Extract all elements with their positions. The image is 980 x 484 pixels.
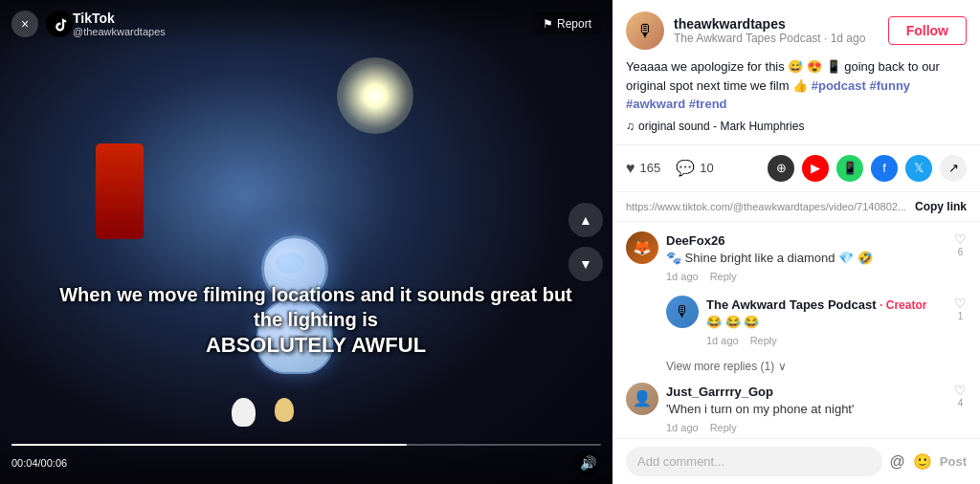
brand-handle: @theawkwardtapes — [73, 26, 166, 37]
comment-input[interactable] — [626, 447, 882, 476]
time-total: 00:06 — [41, 457, 68, 469]
post-caption: Yeaaaa we apologize for this 😅 😍 📱 going… — [626, 57, 967, 114]
video-bottom-bar: 00:04/00:06 🔊 — [0, 436, 612, 484]
share-twitter-icon[interactable]: 𝕏 — [905, 155, 932, 182]
creator-name: theawkwardtapes — [674, 16, 888, 32]
follow-button[interactable]: Follow — [888, 16, 967, 45]
volume-button[interactable]: 🔊 — [574, 450, 601, 476]
toy-duck — [232, 398, 256, 427]
comment-item: 🦊 DeeFox26 🐾 Shine bright like a diamond… — [626, 231, 967, 282]
view-replies-label: View more replies (1) — [666, 360, 774, 373]
red-object-decoration — [96, 143, 144, 239]
comment-username-creator: The Awkward Tapes Podcast · Creator — [706, 297, 926, 312]
comment-avatar-deefox: 🦊 — [626, 231, 658, 264]
video-time: 00:04/00:06 — [11, 457, 67, 469]
comment-like-creator[interactable]: ♡ 1 — [954, 296, 967, 346]
like-heart-icon: ♡ — [954, 231, 967, 247]
video-text-normal: When we move filming locations and it so… — [59, 284, 572, 330]
comment-item-creator: 🎙 The Awkward Tapes Podcast · Creator 😂 … — [666, 296, 967, 346]
comment-reply-deefox[interactable]: Reply — [710, 271, 737, 282]
copy-link-button[interactable]: Copy link — [915, 200, 967, 213]
post-button[interactable]: Post — [940, 454, 967, 469]
sound-line: ♫ original sound - Mark Humphries — [626, 120, 967, 133]
comment-action[interactable]: 💬 10 — [676, 159, 713, 177]
video-overlay-text: When we move filming locations and it so… — [48, 282, 584, 360]
brand-name: TikTok — [73, 11, 166, 26]
video-panel: × TikTok @theawkwardtapes ⚑ Report When … — [0, 0, 612, 484]
input-actions: @ 🙂 — [890, 452, 932, 471]
hashtag-trend[interactable]: #trend — [689, 97, 727, 111]
comment-time-deefox: 1d ago — [666, 271, 699, 282]
creator-meta: The Awkward Tapes Podcast · 1d ago — [674, 32, 888, 45]
report-button[interactable]: ⚑ Report — [533, 12, 601, 35]
comment-text-deefox: 🐾 Shine bright like a diamond 💎 🤣 — [666, 250, 947, 267]
music-icon: ♫ — [626, 120, 635, 133]
comment-footer-garry: 1d ago Reply — [666, 422, 947, 433]
hashtag-podcast[interactable]: #podcast — [812, 78, 866, 93]
scroll-up-button[interactable]: ▲ — [568, 203, 603, 237]
emoji-button[interactable]: 🙂 — [913, 452, 932, 471]
share-whatsapp-icon[interactable]: 📱 — [836, 155, 863, 182]
comment-time-creator: 1d ago — [706, 335, 739, 346]
comment-time-garry: 1d ago — [666, 422, 699, 433]
like-action[interactable]: ♥ 165 — [626, 160, 660, 177]
header-brand-info: TikTok @theawkwardtapes — [73, 11, 166, 37]
flag-icon: ⚑ — [543, 17, 553, 31]
comments-section[interactable]: 🦊 DeeFox26 🐾 Shine bright like a diamond… — [612, 222, 980, 439]
view-replies-button[interactable]: View more replies (1) ∨ — [666, 360, 967, 373]
comment-reply-garry[interactable]: Reply — [710, 422, 737, 433]
comment-avatar-creator: 🎙 — [666, 296, 699, 328]
comment-text-garry: 'When i turn on my phone at night' — [666, 401, 947, 418]
hashtag-awkward[interactable]: #awkward — [626, 97, 685, 111]
comment-like-count-creator: 1 — [958, 311, 964, 321]
like-heart-icon-creator: ♡ — [954, 296, 967, 311]
share-icons: ⊕ ▶ 📱 f 𝕏 ↗ — [768, 155, 967, 182]
comment-username-garry: Just_Garrrry_Gop — [666, 385, 773, 399]
light-source — [337, 57, 413, 134]
comment-body-garry: Just_Garrrry_Gop 'When i turn on my phon… — [666, 383, 947, 433]
comment-item-garry: 👤 Just_Garrrry_Gop 'When i turn on my ph… — [626, 383, 967, 433]
report-label: Report — [557, 17, 591, 31]
creator-info: theawkwardtapes The Awkward Tapes Podcas… — [674, 16, 888, 45]
comment-body-deefox: DeeFox26 🐾 Shine bright like a diamond 💎… — [666, 231, 947, 282]
share-duet-icon[interactable]: ⊕ — [768, 155, 794, 182]
comment-like-garry[interactable]: ♡ 4 — [954, 383, 967, 433]
action-bar: ♥ 165 💬 10 ⊕ ▶ 📱 f 𝕏 ↗ — [612, 145, 980, 192]
comment-username-deefox: DeeFox26 — [666, 233, 724, 248]
video-top-bar: × TikTok @theawkwardtapes ⚑ Report — [0, 0, 612, 48]
creator-avatar: 🎙 — [626, 11, 664, 50]
share-facebook-icon[interactable]: f — [871, 155, 898, 182]
like-heart-icon-garry: ♡ — [954, 383, 967, 398]
comment-body-creator: The Awkward Tapes Podcast · Creator 😂 😂 … — [706, 296, 947, 346]
close-button[interactable]: × — [11, 11, 38, 37]
time-current: 00:04 — [11, 457, 38, 469]
scroll-down-button[interactable]: ▼ — [568, 247, 603, 281]
comment-avatar-garry: 👤 — [626, 383, 658, 415]
creator-section: 🎙 theawkwardtapes The Awkward Tapes Podc… — [612, 0, 980, 145]
floor-toys — [232, 398, 294, 427]
comment-footer-creator: 1d ago Reply — [706, 335, 947, 346]
comment-like-deefox[interactable]: ♡ 6 — [954, 231, 967, 282]
hashtag-funny[interactable]: #funny — [869, 78, 910, 93]
creator-header: 🎙 theawkwardtapes The Awkward Tapes Podc… — [626, 11, 967, 50]
sound-name: original sound - Mark Humphries — [638, 120, 804, 133]
comment-count: 10 — [700, 161, 713, 175]
side-controls: ▲ ▼ — [568, 203, 603, 281]
progress-bar-fill — [11, 444, 407, 446]
nested-comment-section: 🎙 The Awkward Tapes Podcast · Creator 😂 … — [666, 296, 967, 346]
comment-text-creator: 😂 😂 😂 — [706, 314, 947, 331]
share-more-button[interactable]: ↗ — [940, 155, 967, 182]
comment-reply-creator[interactable]: Reply — [750, 335, 777, 346]
bottom-controls: 00:04/00:06 🔊 — [11, 450, 601, 476]
mention-button[interactable]: @ — [890, 453, 905, 471]
chevron-down-icon: ∨ — [778, 360, 787, 373]
like-icon: ♥ — [626, 160, 635, 177]
comment-like-count-garry: 4 — [958, 398, 964, 408]
comment-footer-deefox: 1d ago Reply — [666, 271, 947, 282]
progress-bar-container[interactable] — [11, 444, 601, 446]
link-bar: https://www.tiktok.com/@theawkwardtapes/… — [612, 192, 980, 222]
share-youtube-icon[interactable]: ▶ — [802, 155, 829, 182]
close-icon: × — [21, 16, 29, 32]
video-text-caps: ABSOLUTELY AWFUL — [206, 333, 426, 357]
tiktok-logo — [46, 11, 73, 37]
